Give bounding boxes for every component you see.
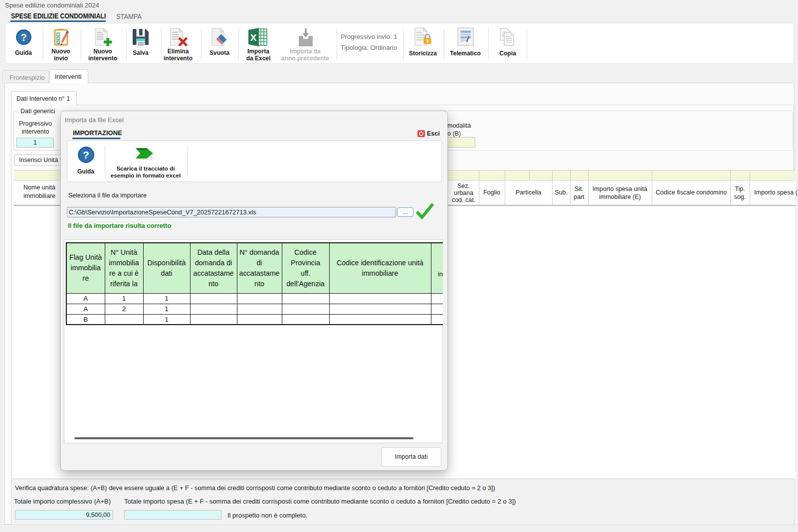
svg-text:?: ? [20,32,26,43]
svg-text:X: X [250,32,257,43]
svg-text:?: ? [83,149,89,161]
